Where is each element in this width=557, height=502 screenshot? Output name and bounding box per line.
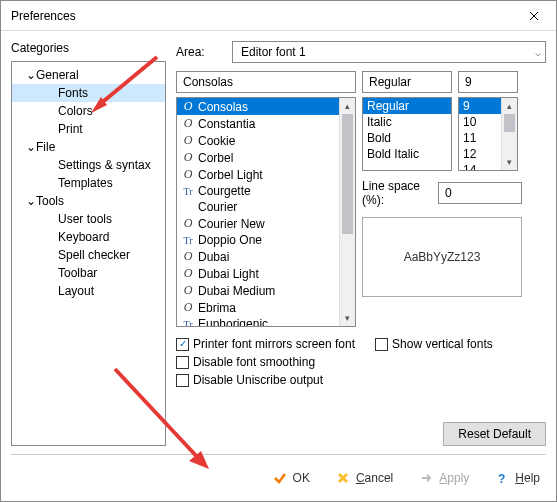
mirror-checkbox[interactable]: ✓Printer font mirrors screen font — [176, 337, 355, 351]
font-item[interactable]: OCookie — [177, 132, 355, 149]
area-label: Area: — [176, 45, 232, 59]
scroll-up-icon[interactable]: ▴ — [502, 98, 517, 114]
window-title: Preferences — [11, 9, 76, 23]
tree-layout[interactable]: Layout — [12, 282, 165, 300]
cancel-button[interactable]: Cancel — [336, 471, 393, 485]
reset-default-button[interactable]: Reset Default — [443, 422, 546, 446]
help-button[interactable]: ? Help — [495, 471, 540, 485]
font-item[interactable]: ODubai Medium — [177, 282, 355, 299]
tree-tools[interactable]: ⌄Tools — [12, 192, 165, 210]
font-item[interactable]: TrEuphorigenic — [177, 316, 355, 327]
font-item[interactable]: OCourier New — [177, 215, 355, 232]
area-dropdown[interactable]: Editor font 1 ⌵ — [232, 41, 546, 63]
preferences-window: Preferences Categories ⌄General Fonts Co… — [0, 0, 557, 502]
footer: OK Cancel Apply ? Help — [11, 454, 546, 500]
font-name-input[interactable] — [176, 71, 356, 93]
close-button[interactable] — [512, 1, 556, 31]
font-item[interactable]: OConsolas — [177, 98, 355, 115]
linespace-input[interactable] — [438, 182, 522, 204]
font-item[interactable]: ODubai Light — [177, 265, 355, 282]
font-size-input[interactable] — [458, 71, 518, 93]
smoothing-checkbox[interactable]: Disable font smoothing — [176, 355, 315, 369]
style-item[interactable]: Bold Italic — [363, 146, 451, 162]
tree-print[interactable]: Print — [12, 120, 165, 138]
font-name-list[interactable]: OConsolasOConstantiaOCookieOCorbelOCorbe… — [176, 97, 356, 327]
svg-text:?: ? — [498, 472, 505, 485]
font-item[interactable]: OEbrima — [177, 299, 355, 316]
font-item[interactable]: TrDoppio One — [177, 232, 355, 248]
style-item[interactable]: Bold — [363, 130, 451, 146]
font-item[interactable]: OCorbel Light — [177, 166, 355, 183]
tree-general[interactable]: ⌄General — [12, 66, 165, 84]
tree-keyboard[interactable]: Keyboard — [12, 228, 165, 246]
scroll-thumb[interactable] — [504, 114, 515, 132]
tree-file[interactable]: ⌄File — [12, 138, 165, 156]
tree-user-tools[interactable]: User tools — [12, 210, 165, 228]
font-preview: AaBbYyZz123 — [362, 217, 522, 297]
font-item[interactable]: ODubai — [177, 248, 355, 265]
font-item[interactable]: TrCourgette — [177, 183, 355, 199]
tree-fonts[interactable]: Fonts — [12, 84, 165, 102]
tree-toolbar[interactable]: Toolbar — [12, 264, 165, 282]
linespace-label: Line space (%): — [362, 179, 430, 207]
uniscribe-checkbox[interactable]: Disable Uniscribe output — [176, 373, 323, 387]
scroll-down-icon[interactable]: ▾ — [502, 154, 517, 170]
size-scrollbar[interactable]: ▴ ▾ — [501, 98, 517, 170]
vertical-checkbox[interactable]: Show vertical fonts — [375, 337, 493, 351]
font-size-list[interactable]: 910111214 ▴ ▾ — [458, 97, 518, 171]
font-item[interactable]: OConstantia — [177, 115, 355, 132]
categories-tree[interactable]: ⌄General Fonts Colors Print ⌄File Settin… — [11, 61, 166, 446]
font-style-list[interactable]: RegularItalicBoldBold Italic — [362, 97, 452, 171]
scroll-down-icon[interactable]: ▾ — [340, 310, 355, 326]
font-item[interactable]: OCorbel — [177, 149, 355, 166]
font-item[interactable]: Courier — [177, 199, 355, 215]
font-style-input[interactable] — [362, 71, 452, 93]
tree-templates[interactable]: Templates — [12, 174, 165, 192]
ok-button[interactable]: OK — [273, 471, 310, 485]
scroll-up-icon[interactable]: ▴ — [340, 98, 355, 114]
apply-button: Apply — [419, 471, 469, 485]
style-item[interactable]: Italic — [363, 114, 451, 130]
tree-spell-checker[interactable]: Spell checker — [12, 246, 165, 264]
font-list-scrollbar[interactable]: ▴ ▾ — [339, 98, 355, 326]
tree-colors[interactable]: Colors — [12, 102, 165, 120]
categories-label: Categories — [11, 41, 166, 55]
tree-settings-syntax[interactable]: Settings & syntax — [12, 156, 165, 174]
titlebar: Preferences — [1, 1, 556, 31]
scroll-thumb[interactable] — [342, 114, 353, 234]
style-item[interactable]: Regular — [363, 98, 451, 114]
area-value: Editor font 1 — [241, 45, 306, 59]
chevron-down-icon: ⌵ — [535, 47, 541, 58]
